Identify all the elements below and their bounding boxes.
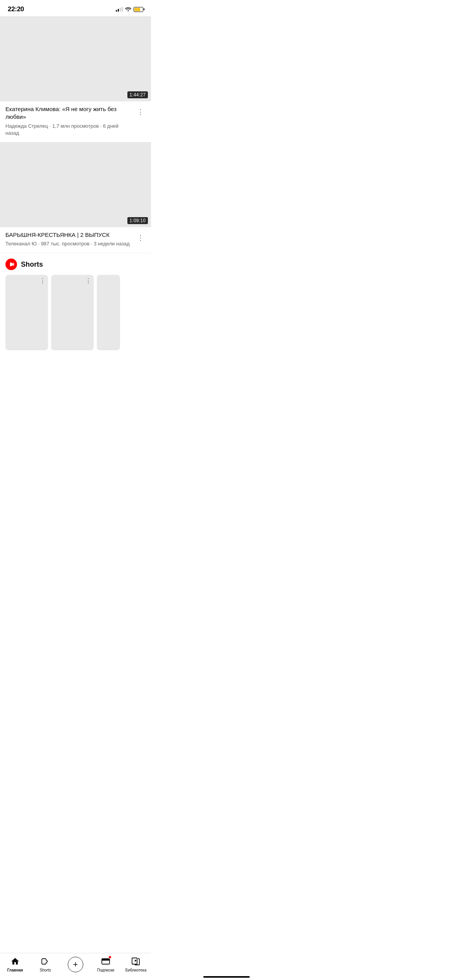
video-meta-1: Надежда Стрелец · 1,7 млн просмотров · 6… xyxy=(5,123,130,137)
shorts-more-button-1[interactable]: ⋮ xyxy=(39,277,46,284)
video-channel-1: Надежда Стрелец xyxy=(5,123,48,129)
video-more-button-1[interactable]: ⋮ xyxy=(134,106,146,118)
shorts-thumb-3-partial[interactable] xyxy=(97,275,120,350)
status-time: 22:20 xyxy=(8,5,24,13)
video-thumbnail-1[interactable]: 1:44:27 xyxy=(0,16,151,101)
video-thumbnail-2[interactable]: 1:09:10 xyxy=(0,142,151,227)
video-card-1: 1:44:27 Екатерина Климова: «Я не могу жи… xyxy=(0,16,151,142)
video-text-1: Екатерина Климова: «Я не могу жить без л… xyxy=(5,105,130,137)
shorts-section-title: Shorts xyxy=(21,260,43,269)
signal-bars-icon xyxy=(116,7,123,12)
video-title-1[interactable]: Екатерина Климова: «Я не могу жить без л… xyxy=(5,105,130,121)
shorts-header: Shorts xyxy=(5,259,146,270)
video-views-2: 987 тыс. просмотров xyxy=(41,241,90,247)
video-duration-1: 1:44:27 xyxy=(127,91,148,98)
video-info-1: Екатерина Климова: «Я не могу жить без л… xyxy=(0,101,151,142)
video-text-2: БАРЫШНЯ-КРЕСТЬЯНКА | 2 ВЫПУСК Телеканал … xyxy=(5,231,130,247)
shorts-logo-icon xyxy=(5,259,17,270)
video-time-2: 3 недели назад xyxy=(94,241,130,247)
video-duration-2: 1:09:10 xyxy=(127,217,148,224)
shorts-thumb-1[interactable]: ⋮ xyxy=(5,275,48,350)
status-icons: ⚡ xyxy=(116,7,143,12)
video-card-2: 1:09:10 БАРЫШНЯ-КРЕСТЬЯНКА | 2 ВЫПУСК Те… xyxy=(0,142,151,253)
video-channel-2: Телеканал Ю xyxy=(5,241,37,247)
video-more-button-2[interactable]: ⋮ xyxy=(134,232,146,243)
video-info-2: БАРЫШНЯ-КРЕСТЬЯНКА | 2 ВЫПУСК Телеканал … xyxy=(0,227,151,253)
shorts-thumbnails-row: ⋮ ⋮ xyxy=(5,275,146,350)
video-meta-2: Телеканал Ю · 987 тыс. просмотров · 3 не… xyxy=(5,240,130,247)
status-bar: 22:20 ⚡ xyxy=(0,0,151,16)
video-views-1: 1,7 млн просмотров xyxy=(52,123,99,129)
battery-icon: ⚡ xyxy=(134,7,143,12)
shorts-thumb-2[interactable]: ⋮ xyxy=(51,275,94,350)
shorts-more-button-2[interactable]: ⋮ xyxy=(85,277,91,284)
wifi-icon xyxy=(125,7,131,12)
video-title-2[interactable]: БАРЫШНЯ-КРЕСТЬЯНКА | 2 ВЫПУСК xyxy=(5,231,130,239)
shorts-section: Shorts ⋮ ⋮ xyxy=(0,253,151,354)
